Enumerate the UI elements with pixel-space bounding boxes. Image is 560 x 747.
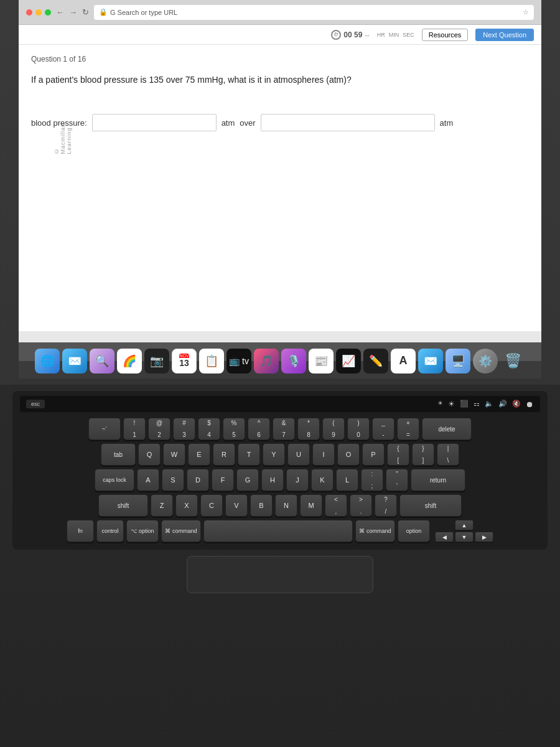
- key-z[interactable]: Z: [151, 494, 173, 517]
- key-d[interactable]: D: [187, 469, 209, 491]
- close-button[interactable]: [26, 9, 32, 16]
- key-t[interactable]: T: [238, 443, 260, 466]
- dock-mail[interactable]: ✉️: [62, 349, 87, 374]
- next-question-button[interactable]: Next Question: [475, 29, 534, 41]
- dock-textedit[interactable]: A: [391, 349, 416, 374]
- key-option-right[interactable]: option: [398, 520, 430, 542]
- key-space[interactable]: [203, 520, 353, 542]
- key-7[interactable]: & 7: [273, 418, 295, 440]
- key-fn[interactable]: fn: [67, 520, 94, 542]
- resources-button[interactable]: Resources: [422, 29, 469, 41]
- key-arrow-up[interactable]: ▲: [455, 520, 474, 530]
- dock-calendar[interactable]: NOV 13: [172, 349, 197, 374]
- dock-spotlight[interactable]: 🔍: [90, 349, 114, 374]
- minimize-button[interactable]: [35, 9, 42, 16]
- key-e[interactable]: E: [188, 443, 210, 466]
- key-option-left[interactable]: ⌥ option: [126, 520, 159, 542]
- touch-bar-mission-control[interactable]: ⬛: [460, 400, 469, 409]
- touch-bar-esc[interactable]: esc: [26, 400, 45, 408]
- touch-bar-brightness-up[interactable]: ☀: [448, 400, 455, 409]
- key-comma[interactable]: <,: [325, 494, 347, 517]
- touch-bar-launchpad[interactable]: ⚏: [474, 400, 480, 409]
- dock-music[interactable]: 🎵: [254, 349, 279, 374]
- dock-photos[interactable]: 🌈: [117, 349, 142, 374]
- key-shift-left[interactable]: shift: [98, 494, 148, 517]
- key-n[interactable]: N: [275, 494, 297, 517]
- key-arrow-down[interactable]: ▼: [455, 532, 474, 542]
- dock-trash[interactable]: 🗑️: [500, 349, 525, 374]
- key-i[interactable]: I: [312, 443, 335, 466]
- key-x[interactable]: X: [175, 494, 198, 517]
- key-tab[interactable]: tab: [101, 443, 136, 466]
- key-f[interactable]: F: [212, 469, 234, 491]
- key-u[interactable]: U: [287, 443, 310, 466]
- maximize-button[interactable]: [45, 9, 51, 16]
- key-2[interactable]: @ 2: [148, 418, 170, 440]
- dock-camera[interactable]: 📷: [144, 349, 169, 374]
- key-command-left[interactable]: ⌘ command: [161, 520, 201, 542]
- key-bracket-r[interactable]: }]: [412, 443, 434, 466]
- key-control[interactable]: control: [96, 520, 124, 542]
- dock-mail-2[interactable]: ✉️: [418, 349, 443, 374]
- key-p[interactable]: P: [362, 443, 385, 466]
- key-o[interactable]: O: [337, 443, 360, 466]
- key-command-right[interactable]: ⌘ command: [355, 520, 395, 542]
- dock-notes[interactable]: ✏️: [363, 349, 388, 374]
- dock-news[interactable]: 📰: [309, 349, 334, 374]
- key-quote[interactable]: "': [386, 469, 408, 491]
- key-arrow-right[interactable]: ▶: [475, 532, 493, 542]
- back-button[interactable]: ←: [56, 7, 64, 17]
- dock-screen[interactable]: 🖥️: [446, 349, 470, 374]
- key-equal[interactable]: + =: [397, 418, 419, 440]
- key-caps-lock[interactable]: caps lock: [95, 469, 134, 491]
- key-period[interactable]: >.: [350, 494, 372, 517]
- dock-tv[interactable]: 📺 tv: [226, 349, 251, 374]
- refresh-button[interactable]: ↻: [82, 7, 89, 17]
- key-4[interactable]: $ 4: [198, 418, 220, 440]
- key-q[interactable]: Q: [138, 443, 161, 466]
- touch-bar-siri[interactable]: ⏺: [526, 400, 534, 409]
- forward-button[interactable]: →: [69, 7, 77, 17]
- key-semicolon[interactable]: :;: [361, 469, 383, 491]
- key-shift-right[interactable]: shift: [399, 494, 462, 517]
- key-0[interactable]: ) 0: [347, 418, 370, 440]
- key-backslash[interactable]: |\: [437, 443, 459, 466]
- dock-finder[interactable]: 🌐: [35, 349, 60, 374]
- key-6[interactable]: ^ 6: [248, 418, 270, 440]
- dock-stocks[interactable]: 📈: [336, 349, 361, 374]
- dock-reminders[interactable]: 📋: [199, 349, 224, 374]
- key-8[interactable]: * 8: [297, 418, 320, 440]
- key-l[interactable]: L: [336, 469, 358, 491]
- key-arrow-left[interactable]: ◀: [435, 532, 454, 542]
- trackpad[interactable]: [187, 556, 373, 593]
- key-r[interactable]: R: [213, 443, 235, 466]
- touch-bar-brightness-down[interactable]: ☀: [437, 400, 443, 409]
- key-slash[interactable]: ?/: [375, 494, 397, 517]
- key-g[interactable]: G: [236, 469, 259, 491]
- key-9[interactable]: ( 9: [322, 418, 345, 440]
- key-1[interactable]: ! 1: [123, 418, 146, 440]
- key-h[interactable]: H: [261, 469, 284, 491]
- key-grave[interactable]: ~`: [88, 418, 121, 440]
- key-k[interactable]: K: [311, 469, 334, 491]
- touch-bar-volume-up[interactable]: 🔊: [498, 400, 507, 409]
- key-b[interactable]: B: [250, 494, 273, 517]
- key-y[interactable]: Y: [263, 443, 285, 466]
- key-v[interactable]: V: [225, 494, 248, 517]
- key-s[interactable]: S: [162, 469, 184, 491]
- touch-bar-mute[interactable]: 🔇: [512, 400, 521, 409]
- blood-pressure-input-1[interactable]: [92, 114, 217, 131]
- key-return[interactable]: return: [411, 469, 465, 491]
- key-bracket-l[interactable]: {[: [387, 443, 409, 466]
- dock-podcasts[interactable]: 🎙️: [281, 349, 306, 374]
- key-w[interactable]: W: [163, 443, 185, 466]
- key-a[interactable]: A: [137, 469, 159, 491]
- key-j[interactable]: J: [286, 469, 309, 491]
- dock-syspref[interactable]: ⚙️: [473, 349, 498, 374]
- address-bar[interactable]: 🔒 G Search or type URL ☆: [94, 5, 534, 20]
- touch-bar-volume-down[interactable]: 🔈: [485, 400, 493, 409]
- key-delete[interactable]: delete: [422, 418, 472, 440]
- key-c[interactable]: C: [200, 494, 223, 517]
- key-5[interactable]: % 5: [223, 418, 245, 440]
- key-minus[interactable]: _ -: [372, 418, 394, 440]
